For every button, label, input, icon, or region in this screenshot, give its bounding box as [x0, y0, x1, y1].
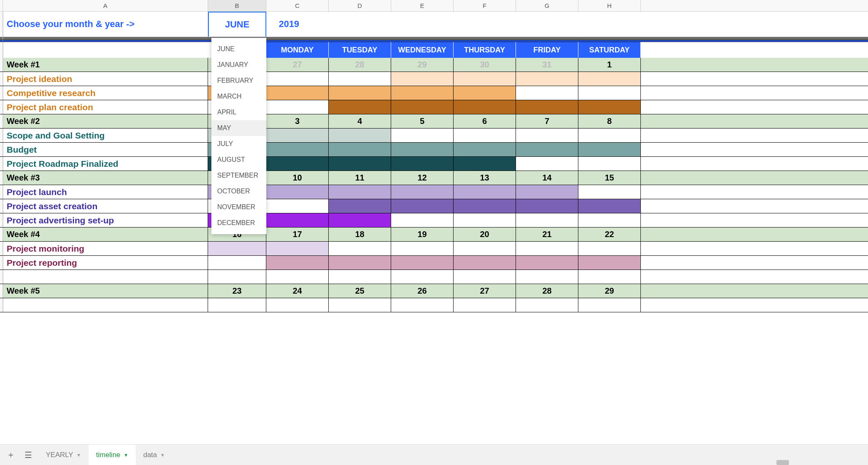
task-cell[interactable] — [208, 298, 266, 312]
task-cell[interactable] — [266, 157, 329, 171]
date-cell[interactable]: 11 — [329, 171, 391, 185]
task-cell[interactable] — [266, 199, 329, 213]
task-cell[interactable] — [516, 86, 578, 100]
task-label[interactable]: Project reporting — [3, 256, 208, 270]
column-header-E[interactable]: E — [391, 0, 454, 11]
task-label[interactable]: Project monitoring — [3, 242, 208, 255]
date-cell[interactable]: 7 — [516, 114, 578, 128]
task-label[interactable] — [3, 298, 208, 312]
task-cell[interactable] — [329, 213, 391, 227]
task-cell[interactable] — [516, 270, 578, 284]
column-header-F[interactable]: F — [454, 0, 516, 11]
task-cell[interactable] — [578, 129, 641, 142]
task-cell[interactable] — [454, 143, 516, 156]
task-label[interactable] — [3, 270, 208, 284]
task-cell[interactable] — [516, 256, 578, 270]
date-cell[interactable]: 20 — [454, 228, 516, 241]
date-cell[interactable]: 12 — [391, 171, 454, 185]
date-cell[interactable]: 13 — [454, 171, 516, 185]
task-cell[interactable] — [266, 143, 329, 156]
task-cell[interactable] — [516, 72, 578, 86]
date-cell[interactable]: 26 — [391, 284, 454, 298]
task-cell[interactable] — [578, 100, 641, 114]
task-cell[interactable] — [329, 185, 391, 199]
task-cell[interactable] — [266, 100, 329, 114]
task-cell[interactable] — [516, 129, 578, 142]
date-cell[interactable]: 6 — [454, 114, 516, 128]
date-cell[interactable]: 4 — [329, 114, 391, 128]
task-cell[interactable] — [516, 199, 578, 213]
month-option[interactable]: APRIL — [211, 104, 266, 120]
column-header-B[interactable]: B — [208, 0, 266, 11]
task-cell[interactable] — [516, 242, 578, 255]
task-cell[interactable] — [391, 100, 454, 114]
task-label[interactable]: Project advertising set-up — [3, 213, 208, 227]
task-cell[interactable] — [454, 185, 516, 199]
task-label[interactable]: Competitive research — [3, 86, 208, 100]
task-cell[interactable] — [578, 199, 641, 213]
date-cell[interactable]: 5 — [391, 114, 454, 128]
month-option[interactable]: JUNE — [211, 41, 266, 57]
year-cell[interactable]: 2019 — [266, 12, 329, 37]
task-cell[interactable] — [578, 298, 641, 312]
task-label[interactable]: Project plan creation — [3, 100, 208, 114]
task-cell[interactable] — [578, 157, 641, 171]
task-cell[interactable] — [391, 72, 454, 86]
date-cell[interactable]: 14 — [516, 171, 578, 185]
date-cell[interactable]: 22 — [578, 228, 641, 241]
task-cell[interactable] — [391, 199, 454, 213]
task-cell[interactable] — [391, 129, 454, 142]
month-option[interactable]: MAY — [211, 120, 266, 136]
date-cell[interactable]: 28 — [329, 58, 391, 72]
date-cell[interactable]: 19 — [391, 228, 454, 241]
task-cell[interactable] — [266, 213, 329, 227]
task-cell[interactable] — [329, 256, 391, 270]
task-cell[interactable] — [266, 129, 329, 142]
date-cell[interactable]: 15 — [578, 171, 641, 185]
task-cell[interactable] — [578, 72, 641, 86]
date-cell[interactable]: 23 — [208, 284, 266, 298]
task-cell[interactable] — [329, 143, 391, 156]
task-cell[interactable] — [578, 213, 641, 227]
task-cell[interactable] — [208, 256, 266, 270]
task-cell[interactable] — [391, 143, 454, 156]
task-cell[interactable] — [454, 298, 516, 312]
date-cell[interactable]: 28 — [516, 284, 578, 298]
task-cell[interactable] — [578, 256, 641, 270]
task-label[interactable]: Project launch — [3, 185, 208, 199]
task-label[interactable]: Project asset creation — [3, 199, 208, 213]
task-cell[interactable] — [329, 270, 391, 284]
task-cell[interactable] — [329, 100, 391, 114]
task-cell[interactable] — [578, 185, 641, 199]
date-cell[interactable]: 17 — [266, 228, 329, 241]
task-cell[interactable] — [516, 157, 578, 171]
task-cell[interactable] — [454, 256, 516, 270]
task-cell[interactable] — [329, 129, 391, 142]
date-cell[interactable]: 25 — [329, 284, 391, 298]
column-header-G[interactable]: G — [516, 0, 578, 11]
task-cell[interactable] — [266, 256, 329, 270]
task-cell[interactable] — [516, 100, 578, 114]
task-cell[interactable] — [329, 157, 391, 171]
month-option[interactable]: NOVEMBER — [211, 199, 266, 215]
task-cell[interactable] — [391, 185, 454, 199]
task-cell[interactable] — [578, 86, 641, 100]
date-cell[interactable]: 1 — [578, 58, 641, 72]
task-cell[interactable] — [266, 185, 329, 199]
task-cell[interactable] — [329, 199, 391, 213]
task-label[interactable]: Scope and Goal Setting — [3, 129, 208, 142]
task-cell[interactable] — [454, 100, 516, 114]
month-dropdown-cell[interactable]: JUNE — [208, 12, 266, 37]
task-cell[interactable] — [578, 270, 641, 284]
select-all-corner[interactable] — [0, 0, 3, 11]
date-cell[interactable]: 27 — [266, 58, 329, 72]
task-cell[interactable] — [391, 157, 454, 171]
task-cell[interactable] — [266, 270, 329, 284]
column-header-D[interactable]: D — [329, 0, 391, 11]
month-option[interactable]: JULY — [211, 136, 266, 152]
task-cell[interactable] — [516, 298, 578, 312]
column-header-A[interactable]: A — [3, 0, 208, 11]
task-cell[interactable] — [454, 72, 516, 86]
task-cell[interactable] — [454, 199, 516, 213]
date-cell[interactable]: 3 — [266, 114, 329, 128]
